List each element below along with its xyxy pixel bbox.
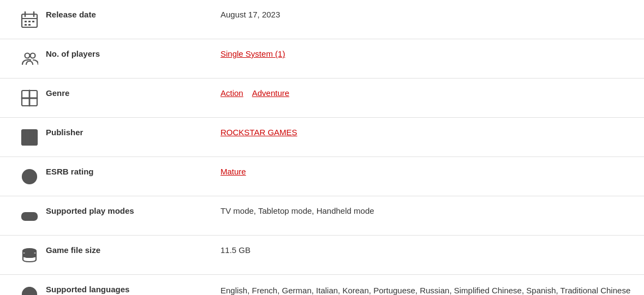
label-play-modes: Supported play modes xyxy=(46,206,220,215)
icon-controller xyxy=(13,206,46,225)
link-single-system-(1)[interactable]: Single System (1) xyxy=(220,49,285,58)
label-languages: Supported languages xyxy=(46,285,220,294)
text-release-date: August 17, 2023 xyxy=(220,10,280,19)
svg-rect-4 xyxy=(25,21,27,22)
label-esrb: ESRB rating xyxy=(46,167,220,176)
svg-point-10 xyxy=(31,53,35,58)
label-num-players: No. of players xyxy=(46,49,220,58)
row-publisher: PublisherROCKSTAR GAMES xyxy=(0,118,644,157)
svg-point-9 xyxy=(25,53,30,58)
svg-rect-8 xyxy=(28,24,31,26)
row-genre: GenreActionAdventure xyxy=(0,79,644,118)
svg-point-26 xyxy=(23,253,36,257)
value-play-modes: TV mode, Tabletop mode, Handheld mode xyxy=(220,206,631,215)
label-publisher: Publisher xyxy=(46,128,220,137)
svg-point-25 xyxy=(23,249,36,253)
link-rockstar-games[interactable]: ROCKSTAR GAMES xyxy=(220,128,297,137)
label-file-size: Game file size xyxy=(46,245,220,255)
value-languages: English, French, German, Italian, Korean… xyxy=(220,285,631,295)
icon-esrb xyxy=(13,167,46,185)
svg-point-28 xyxy=(26,287,33,295)
label-genre: Genre xyxy=(46,88,220,98)
value-genre: ActionAdventure xyxy=(220,88,631,98)
icon-genre xyxy=(13,88,46,107)
value-esrb: Mature xyxy=(220,167,631,176)
svg-point-23 xyxy=(32,215,34,216)
svg-rect-6 xyxy=(32,21,34,22)
link-action[interactable]: Action xyxy=(220,88,243,98)
row-play-modes: Supported play modesTV mode, Tabletop mo… xyxy=(0,196,644,236)
row-release-date: Release dateAugust 17, 2023 xyxy=(0,0,644,39)
svg-point-24 xyxy=(34,216,35,218)
row-languages: Supported languagesEnglish, French, Germ… xyxy=(0,275,644,295)
row-file-size: Game file size11.5 GB xyxy=(0,236,644,275)
icon-players xyxy=(13,49,46,68)
value-num-players: Single System (1) xyxy=(220,49,631,58)
link-mature[interactable]: Mature xyxy=(220,167,246,176)
svg-rect-5 xyxy=(28,21,31,22)
text-play-modes: TV mode, Tabletop mode, Handheld mode xyxy=(220,206,374,215)
row-num-players: No. of playersSingle System (1) xyxy=(0,39,644,79)
value-file-size: 11.5 GB xyxy=(220,245,631,255)
value-release-date: August 17, 2023 xyxy=(220,10,631,19)
icon-globe xyxy=(13,285,46,295)
info-table: Release dateAugust 17, 2023 No. of playe… xyxy=(0,0,644,295)
icon-database xyxy=(13,245,46,264)
svg-rect-7 xyxy=(25,24,27,26)
value-publisher: ROCKSTAR GAMES xyxy=(220,128,631,137)
label-release-date: Release date xyxy=(46,10,220,19)
row-esrb: ESRB ratingMature xyxy=(0,157,644,196)
icon-publisher xyxy=(13,128,46,146)
text-languages: English, French, German, Italian, Korean… xyxy=(220,286,630,295)
icon-calendar xyxy=(13,10,46,28)
text-file-size: 11.5 GB xyxy=(220,245,251,255)
link-adventure[interactable]: Adventure xyxy=(252,88,289,98)
